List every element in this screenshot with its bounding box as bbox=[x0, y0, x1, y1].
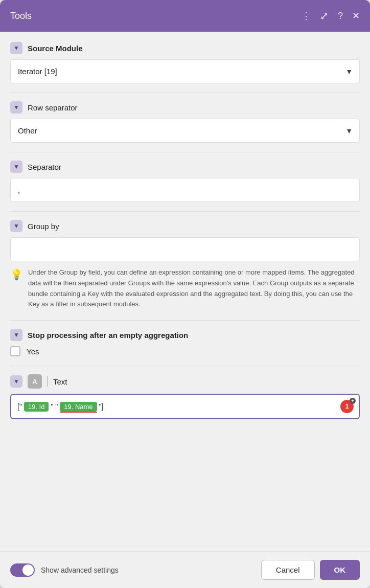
separator-section: ▼ Separator bbox=[10, 161, 360, 202]
chevron-down-icon: ▼ bbox=[13, 378, 19, 385]
row-separator-select-wrapper: Other Newline Tab Comma ▼ bbox=[10, 119, 360, 143]
modal-footer: Show advanced settings Cancel OK bbox=[0, 551, 370, 588]
badge-container: 1 + bbox=[340, 400, 354, 413]
divider-2 bbox=[10, 152, 360, 152]
group-by-section: ▼ Group by 💡 Under the Group by field, y… bbox=[10, 220, 360, 311]
separator-label: Separator bbox=[28, 163, 61, 171]
expand-icon[interactable]: ⤢ bbox=[320, 10, 329, 22]
modal-title: Tools bbox=[10, 11, 32, 21]
chevron-down-icon: ▼ bbox=[13, 222, 19, 230]
badge-count: 1 bbox=[345, 403, 349, 410]
text-section-divider bbox=[47, 376, 48, 387]
row-separator-label: Row separator bbox=[28, 103, 78, 112]
chevron-down-icon: ▼ bbox=[13, 104, 19, 111]
text-section-label: Text bbox=[53, 377, 67, 386]
chevron-down-icon: ▼ bbox=[13, 44, 19, 52]
source-module-select[interactable]: Iterator [19] bbox=[10, 59, 360, 83]
modal-header: Tools ⋮ ⤢ ? ✕ bbox=[0, 0, 370, 32]
close-icon[interactable]: ✕ bbox=[352, 10, 360, 21]
tools-modal: Tools ⋮ ⤢ ? ✕ ▼ Source Module Iterator [… bbox=[0, 0, 370, 588]
text-rich-input[interactable]: [" 19. Id " " 19. Name "] 1 + bbox=[10, 394, 360, 419]
stop-processing-checkbox-label: Yes bbox=[27, 347, 39, 356]
footer-buttons: Cancel OK bbox=[261, 560, 360, 580]
toggle-knob bbox=[22, 564, 34, 576]
help-icon[interactable]: ? bbox=[338, 11, 343, 21]
group-by-input[interactable] bbox=[10, 237, 360, 261]
group-by-hint: 💡 Under the Group by field, you can defi… bbox=[10, 266, 360, 311]
text-section-header: ▼ A Text bbox=[10, 374, 360, 389]
rich-separator: " " bbox=[51, 402, 58, 411]
divider-4 bbox=[10, 320, 360, 321]
stop-processing-label: Stop processing after an empty aggregati… bbox=[28, 331, 188, 340]
row-separator-section: ▼ Row separator Other Newline Tab Comma … bbox=[10, 101, 360, 143]
row-separator-header: ▼ Row separator bbox=[10, 101, 360, 114]
source-module-collapse[interactable]: ▼ bbox=[10, 42, 22, 54]
badge-plus-icon: + bbox=[350, 398, 356, 404]
lightbulb-icon: 💡 bbox=[10, 268, 23, 281]
source-module-label: Source Module bbox=[28, 44, 83, 53]
modal-content: ▼ Source Module Iterator [19] ▼ ▼ Row se… bbox=[0, 32, 370, 551]
group-by-collapse[interactable]: ▼ bbox=[10, 220, 22, 232]
separator-collapse[interactable]: ▼ bbox=[10, 161, 22, 173]
stop-processing-header: ▼ Stop processing after an empty aggrega… bbox=[10, 329, 360, 341]
source-module-section: ▼ Source Module Iterator [19] ▼ bbox=[10, 42, 360, 83]
divider-1 bbox=[10, 93, 360, 93]
group-by-hint-text: Under the Group by field, you can define… bbox=[28, 267, 360, 310]
group-by-header: ▼ Group by bbox=[10, 220, 360, 232]
divider-3 bbox=[10, 211, 360, 212]
ok-button[interactable]: OK bbox=[320, 560, 360, 580]
advanced-settings-toggle[interactable] bbox=[10, 563, 35, 577]
stop-processing-section: ▼ Stop processing after an empty aggrega… bbox=[10, 329, 360, 356]
separator-header: ▼ Separator bbox=[10, 161, 360, 173]
stop-processing-checkbox-row: Yes bbox=[10, 346, 360, 356]
source-module-select-wrapper: Iterator [19] ▼ bbox=[10, 59, 360, 83]
separator-input[interactable] bbox=[10, 178, 360, 202]
pill-name[interactable]: 19. Name bbox=[60, 402, 97, 412]
toggle-label: Show advanced settings bbox=[41, 566, 119, 574]
menu-icon[interactable]: ⋮ bbox=[302, 10, 311, 21]
header-icons: ⋮ ⤢ ? ✕ bbox=[302, 10, 360, 22]
cancel-button[interactable]: Cancel bbox=[261, 560, 315, 580]
rich-suffix: "] bbox=[99, 402, 104, 411]
text-section: ▼ A Text [" 19. Id " " 19. Name "] 1 + bbox=[10, 374, 360, 419]
text-section-collapse[interactable]: ▼ bbox=[10, 375, 22, 388]
toggle-row: Show advanced settings bbox=[10, 563, 119, 577]
row-separator-collapse[interactable]: ▼ bbox=[10, 101, 22, 114]
rich-prefix: [" bbox=[17, 402, 22, 411]
pill-id[interactable]: 19. Id bbox=[24, 402, 49, 412]
text-type-icon: A bbox=[28, 374, 42, 389]
bottom-spacer bbox=[10, 428, 360, 439]
row-separator-select[interactable]: Other Newline Tab Comma bbox=[10, 119, 360, 143]
group-by-label: Group by bbox=[28, 222, 59, 231]
source-module-header: ▼ Source Module bbox=[10, 42, 360, 54]
chevron-down-icon: ▼ bbox=[13, 331, 19, 338]
stop-processing-checkbox[interactable] bbox=[10, 346, 20, 356]
error-badge[interactable]: 1 + bbox=[340, 400, 354, 413]
chevron-down-icon: ▼ bbox=[13, 163, 19, 170]
divider-5 bbox=[10, 366, 360, 366]
stop-processing-collapse[interactable]: ▼ bbox=[10, 329, 22, 341]
